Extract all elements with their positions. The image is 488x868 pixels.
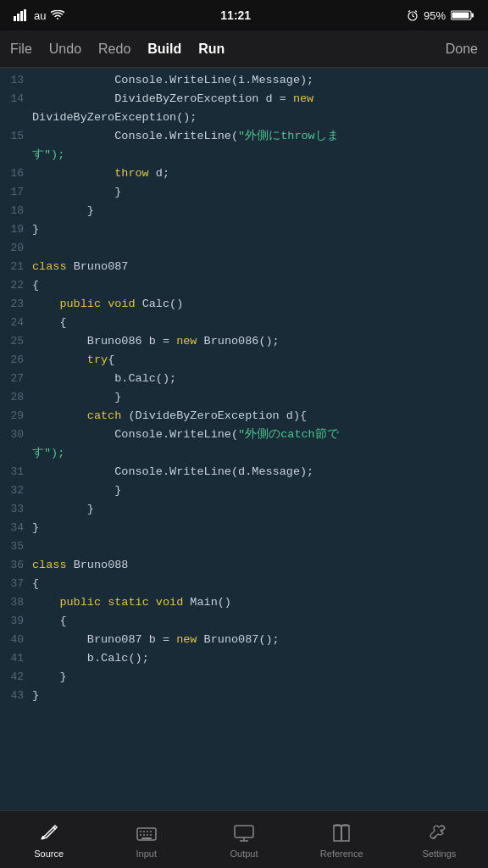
tab-reference-label: Reference (320, 849, 363, 859)
line-number (0, 444, 32, 463)
line-content[interactable]: す"); (32, 146, 488, 164)
line-content[interactable]: Console.WriteLine(d.Message); (32, 463, 488, 481)
line-content[interactable] (32, 239, 488, 258)
menu-file[interactable]: File (10, 42, 32, 57)
line-content[interactable]: DivideByZeroException d = new (32, 90, 488, 108)
code-line[interactable]: 39 { (0, 612, 488, 631)
code-line[interactable]: 42 } (0, 668, 488, 687)
code-line[interactable]: 41 b.Calc(); (0, 649, 488, 668)
line-content[interactable]: Bruno086 b = new Bruno086(); (32, 332, 488, 351)
line-content[interactable]: { (32, 612, 488, 631)
code-line[interactable]: 24 { (0, 314, 488, 332)
code-line[interactable]: 31 Console.WriteLine(d.Message); (0, 463, 488, 481)
book-icon (330, 821, 353, 845)
line-content[interactable]: try{ (32, 351, 488, 370)
menu-build[interactable]: Build (147, 42, 181, 57)
tab-output[interactable]: Output (195, 811, 292, 868)
line-number: 30 (0, 426, 32, 444)
line-content[interactable]: Bruno087 b = new Bruno087(); (32, 631, 488, 649)
code-line[interactable]: 18 } (0, 202, 488, 220)
code-line[interactable]: 16 throw d; (0, 164, 488, 183)
code-line[interactable]: 30 Console.WriteLine("外側のcatch節で (0, 426, 488, 444)
code-editor[interactable]: 13 Console.WriteLine(i.Message);14 Divid… (0, 68, 488, 810)
code-line[interactable]: 17 } (0, 183, 488, 202)
code-line[interactable]: 23 public void Calc() (0, 295, 488, 314)
battery-label: 95% (424, 9, 446, 22)
menu-undo[interactable]: Undo (49, 42, 81, 57)
tab-source[interactable]: Source (0, 811, 97, 868)
line-content[interactable]: } (32, 519, 488, 537)
alarm-icon (407, 9, 419, 21)
line-content[interactable]: Console.WriteLine(i.Message); (32, 71, 488, 90)
line-content[interactable]: } (32, 481, 488, 500)
tab-input[interactable]: Input (97, 811, 195, 868)
line-content[interactable]: } (32, 388, 488, 407)
wrench-icon (427, 821, 451, 845)
tab-settings[interactable]: Settings (391, 811, 488, 868)
code-line[interactable]: 19} (0, 220, 488, 239)
svg-line-8 (415, 11, 417, 13)
line-number: 14 (0, 90, 32, 108)
line-content[interactable]: DivideByZeroException(); (32, 108, 488, 127)
code-line[interactable]: 32 } (0, 481, 488, 500)
line-content[interactable]: b.Calc(); (32, 649, 488, 668)
code-line[interactable]: 13 Console.WriteLine(i.Message); (0, 71, 488, 90)
code-line[interactable]: 35 (0, 537, 488, 556)
line-content[interactable] (32, 537, 488, 556)
code-line[interactable]: 26 try{ (0, 351, 488, 370)
code-line[interactable]: 20 (0, 239, 488, 258)
svg-line-7 (408, 11, 410, 13)
code-line[interactable]: 15 Console.WriteLine("外側にthrowしま (0, 127, 488, 146)
line-number: 43 (0, 687, 32, 705)
line-content[interactable]: { (32, 575, 488, 593)
code-line[interactable]: 21class Bruno087 (0, 258, 488, 276)
line-content[interactable]: class Bruno088 (32, 556, 488, 575)
code-line[interactable]: す"); (0, 444, 488, 463)
line-content[interactable]: } (32, 220, 488, 239)
line-number: 37 (0, 575, 32, 593)
code-line[interactable]: 36class Bruno088 (0, 556, 488, 575)
code-line[interactable]: 22{ (0, 276, 488, 295)
line-content[interactable]: } (32, 500, 488, 519)
code-line[interactable]: す"); (0, 146, 488, 164)
line-content[interactable]: class Bruno087 (32, 258, 488, 276)
line-content[interactable]: す"); (32, 444, 488, 463)
status-time: 11:21 (220, 8, 251, 22)
code-line[interactable]: 37{ (0, 575, 488, 593)
code-line[interactable]: 40 Bruno087 b = new Bruno087(); (0, 631, 488, 649)
code-line[interactable]: 43} (0, 687, 488, 705)
code-line[interactable]: 27 b.Calc(); (0, 370, 488, 388)
line-number: 27 (0, 370, 32, 388)
code-line[interactable]: 14 DivideByZeroException d = new (0, 90, 488, 108)
line-number: 21 (0, 258, 32, 276)
menu-redo[interactable]: Redo (98, 42, 130, 57)
line-content[interactable]: } (32, 183, 488, 202)
menu-run[interactable]: Run (198, 42, 225, 57)
code-line[interactable]: 34} (0, 519, 488, 537)
line-content[interactable]: { (32, 276, 488, 295)
line-number: 23 (0, 295, 32, 314)
line-content[interactable]: Console.WriteLine("外側のcatch節で (32, 426, 488, 444)
line-content[interactable]: } (32, 687, 488, 705)
menu-done[interactable]: Done (446, 42, 478, 57)
code-line[interactable]: 33 } (0, 500, 488, 519)
line-number: 24 (0, 314, 32, 332)
line-content[interactable]: { (32, 314, 488, 332)
line-content[interactable]: } (32, 668, 488, 687)
code-line[interactable]: 29 catch (DivideByZeroException d){ (0, 407, 488, 426)
line-content[interactable]: public void Calc() (32, 295, 488, 314)
code-line[interactable]: 28 } (0, 388, 488, 407)
line-content[interactable]: throw d; (32, 164, 488, 183)
code-line[interactable]: 25 Bruno086 b = new Bruno086(); (0, 332, 488, 351)
code-line[interactable]: DivideByZeroException(); (0, 108, 488, 127)
line-number: 33 (0, 500, 32, 519)
line-content[interactable]: Console.WriteLine("外側にthrowしま (32, 127, 488, 146)
line-content[interactable]: catch (DivideByZeroException d){ (32, 407, 488, 426)
line-content[interactable]: } (32, 202, 488, 220)
line-content[interactable]: public static void Main() (32, 593, 488, 612)
line-number: 39 (0, 612, 32, 631)
line-number: 29 (0, 407, 32, 426)
tab-reference[interactable]: Reference (293, 811, 391, 868)
code-line[interactable]: 38 public static void Main() (0, 593, 488, 612)
line-content[interactable]: b.Calc(); (32, 370, 488, 388)
